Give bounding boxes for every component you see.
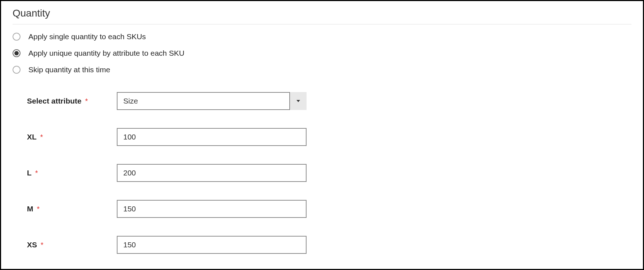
quantity-mode-radio-group: Apply single quantity to each SKUs Apply… <box>13 32 631 74</box>
radio-icon[interactable] <box>13 33 20 41</box>
select-attribute-value[interactable]: Size <box>117 92 307 110</box>
section-title: Quantity <box>13 8 631 24</box>
quantity-row-xl: XL * <box>27 128 631 146</box>
label-text: M <box>27 205 33 213</box>
quantity-label-l: L * <box>27 169 117 177</box>
quantity-input-xl[interactable] <box>117 128 307 146</box>
quantity-input-m[interactable] <box>117 200 307 218</box>
select-attribute-row: Select attribute * Size <box>27 92 631 110</box>
quantity-row-l: L * <box>27 164 631 182</box>
label-text: Select attribute <box>27 97 82 105</box>
required-mark: * <box>40 133 43 141</box>
label-text: L <box>27 169 32 177</box>
attribute-form: Select attribute * Size XL * L * <box>13 92 631 254</box>
quantity-row-xs: XS * <box>27 236 631 254</box>
radio-icon[interactable] <box>13 49 20 57</box>
radio-label-single: Apply single quantity to each SKUs <box>28 32 146 41</box>
select-attribute-dropdown[interactable]: Size <box>117 92 307 110</box>
required-mark: * <box>35 169 38 177</box>
radio-option-skip[interactable]: Skip quantity at this time <box>13 65 631 74</box>
radio-option-unique[interactable]: Apply unique quantity by attribute to ea… <box>13 49 631 58</box>
quantity-label-xs: XS * <box>27 241 117 249</box>
label-text: XS <box>27 241 37 249</box>
quantity-label-m: M * <box>27 205 117 213</box>
quantity-section: Quantity Apply single quantity to each S… <box>0 0 644 270</box>
quantity-row-m: M * <box>27 200 631 218</box>
radio-label-unique: Apply unique quantity by attribute to ea… <box>28 49 184 58</box>
select-attribute-label: Select attribute * <box>27 97 117 105</box>
required-mark: * <box>85 97 88 105</box>
quantity-label-xl: XL * <box>27 133 117 141</box>
radio-label-skip: Skip quantity at this time <box>28 65 110 74</box>
radio-icon[interactable] <box>13 66 20 74</box>
quantity-input-xs[interactable] <box>117 236 307 254</box>
quantity-input-l[interactable] <box>117 164 307 182</box>
label-text: XL <box>27 133 37 141</box>
required-mark: * <box>37 205 40 213</box>
required-mark: * <box>41 241 43 249</box>
radio-option-single[interactable]: Apply single quantity to each SKUs <box>13 32 631 41</box>
